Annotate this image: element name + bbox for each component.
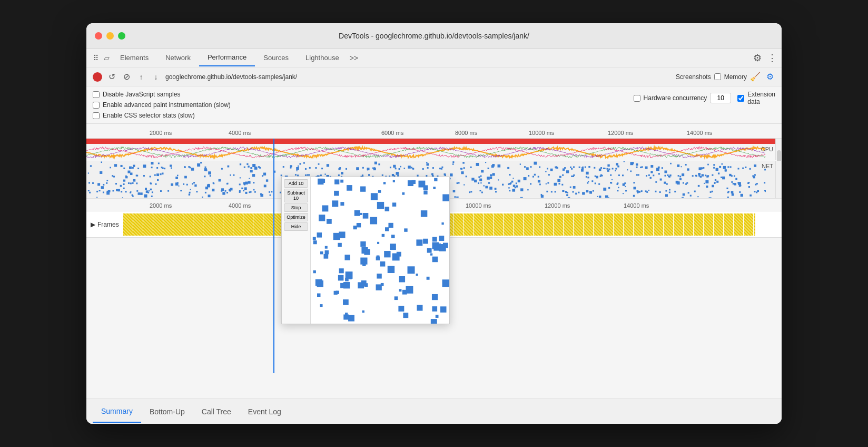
ext-data-checkbox[interactable] [737, 95, 744, 102]
tab-elements[interactable]: Elements [112, 50, 157, 66]
cursor-line [273, 139, 274, 373]
frames-triangle[interactable]: ▶ [91, 221, 95, 228]
settings-icon[interactable]: ⚙ [752, 53, 763, 63]
cpu-label: CPU [761, 146, 773, 152]
scatter-popup: Add 10 Subtract 10 Stop Optimize Hide [281, 177, 450, 324]
traffic-lights [95, 32, 125, 40]
enable-paint-checkbox-row[interactable]: Enable advanced paint instrumentation (s… [93, 101, 231, 109]
timeline-container: 2000 ms 4000 ms 6000 ms 8000 ms 10000 ms… [86, 124, 782, 399]
disable-js-checkbox-row[interactable]: Disable JavaScript samples [93, 91, 231, 98]
frames-label-text: Frames [97, 221, 119, 228]
cpu-track [86, 139, 782, 161]
cpu-activity-canvas [86, 144, 766, 161]
screenshots-label: Screenshots [676, 73, 711, 81]
title-bar: DevTools - googlechrome.github.io/devtoo… [86, 23, 782, 48]
memory-label: Memory [724, 73, 747, 81]
minimize-button[interactable] [106, 32, 114, 40]
subtract-10-button[interactable]: Subtract 10 [284, 189, 308, 202]
stop-button[interactable]: Stop [284, 203, 308, 212]
ruler-b-4000: 4000 ms [229, 202, 251, 209]
hw-concurrency-input[interactable] [710, 93, 731, 103]
scatter-canvas [312, 177, 449, 324]
settings-col-left: Disable JavaScript samples Enable advanc… [93, 91, 231, 119]
settings-row: Disable JavaScript samples Enable advanc… [86, 86, 782, 124]
device-toggle-icon[interactable]: ▱ [101, 53, 112, 63]
url-display: googlechrome.github.io/devtools-samples/… [165, 73, 672, 81]
ruler-b-14000: 14000 ms [624, 202, 649, 209]
tab-lighthouse[interactable]: Lighthouse [297, 50, 348, 66]
tab-performance[interactable]: Performance [199, 49, 255, 66]
download-button[interactable]: ↓ [151, 72, 161, 82]
window-title: DevTools - googlechrome.github.io/devtoo… [95, 32, 773, 40]
ruler-b-12000: 12000 ms [545, 202, 570, 209]
popup-sidebar: Add 10 Subtract 10 Stop Optimize Hide [282, 177, 311, 324]
refresh-button[interactable]: ↺ [106, 72, 117, 82]
upload-button[interactable]: ↑ [136, 72, 146, 82]
disable-js-label: Disable JavaScript samples [103, 91, 180, 98]
frames-label-area: ▶ Frames [86, 221, 123, 228]
enable-css-checkbox-row[interactable]: Enable CSS selector stats (slow) [93, 112, 231, 119]
ruler-mark-8000: 8000 ms [455, 130, 477, 136]
frames-content [123, 211, 782, 237]
ext-data-label: Extensiondata [747, 91, 775, 105]
ext-data-row: Extensiondata [737, 91, 775, 105]
cpu-red-bar [86, 139, 775, 144]
tab-call-tree[interactable]: Call Tree [193, 401, 240, 422]
ruler-mark-12000: 12000 ms [608, 130, 633, 136]
enable-css-checkbox[interactable] [93, 112, 100, 119]
record-toolbar: ↺ ⊘ ↑ ↓ googlechrome.github.io/devtools-… [86, 67, 782, 86]
tab-sources[interactable]: Sources [255, 50, 297, 66]
ruler-mark-2000: 2000 ms [150, 130, 172, 136]
ruler-mark-6000: 6000 ms [381, 130, 403, 136]
optimize-button[interactable]: Optimize [284, 213, 308, 221]
ruler-b-10000: 10000 ms [466, 202, 491, 209]
devtools-body: ⠿ ▱ Elements Network Performance Sources… [86, 48, 782, 424]
tab-summary[interactable]: Summary [93, 401, 141, 423]
ruler-mark-10000: 10000 ms [529, 130, 554, 136]
net-label: NET [762, 163, 773, 169]
enable-css-label: Enable CSS selector stats (slow) [103, 112, 195, 119]
more-tabs-button[interactable]: >> [350, 54, 358, 62]
ruler-top: 2000 ms 4000 ms 6000 ms 8000 ms 10000 ms… [86, 124, 782, 139]
cleanup-icon[interactable]: 🧹 [750, 72, 761, 82]
devtools-window: DevTools - googlechrome.github.io/devtoo… [86, 23, 782, 424]
select-tool-icon[interactable]: ⠿ [91, 53, 101, 63]
bottom-tabs: Summary Bottom-Up Call Tree Event Log [86, 399, 782, 424]
main-tab-bar: ⠿ ▱ Elements Network Performance Sources… [86, 48, 782, 67]
hw-concurrency-checkbox[interactable] [634, 95, 640, 102]
ruler-mark-4000: 4000 ms [229, 130, 251, 136]
scrollbar-vertical[interactable] [775, 139, 782, 160]
perf-settings-icon[interactable]: ⚙ [765, 72, 775, 82]
settings-right: Hardware concurrency Extensiondata [634, 91, 775, 105]
record-button[interactable] [93, 72, 102, 82]
ruler-mark-14000: 14000 ms [687, 130, 712, 136]
hw-concurrency-label: Hardware concurrency [644, 94, 707, 102]
net-scrollbar [775, 161, 782, 198]
enable-paint-label: Enable advanced paint instrumentation (s… [103, 101, 231, 109]
tab-right-actions: ⚙ ⋮ [752, 53, 777, 63]
screenshots-checkbox[interactable] [714, 73, 721, 80]
hide-button[interactable]: Hide [284, 222, 308, 231]
hw-concurrency-row: Hardware concurrency [634, 93, 732, 103]
disable-js-checkbox[interactable] [93, 91, 100, 98]
tab-network[interactable]: Network [157, 50, 199, 66]
tab-bottom-up[interactable]: Bottom-Up [141, 401, 193, 422]
maximize-button[interactable] [118, 32, 125, 40]
add-10-button[interactable]: Add 10 [284, 179, 308, 188]
more-options-icon[interactable]: ⋮ [767, 53, 777, 63]
enable-paint-checkbox[interactable] [93, 102, 100, 109]
clear-button[interactable]: ⊘ [121, 72, 132, 82]
close-button[interactable] [95, 32, 102, 40]
ruler-b-2000: 2000 ms [150, 202, 172, 209]
tab-event-log[interactable]: Event Log [240, 401, 290, 422]
cpu-track-row: CPU [86, 139, 782, 161]
